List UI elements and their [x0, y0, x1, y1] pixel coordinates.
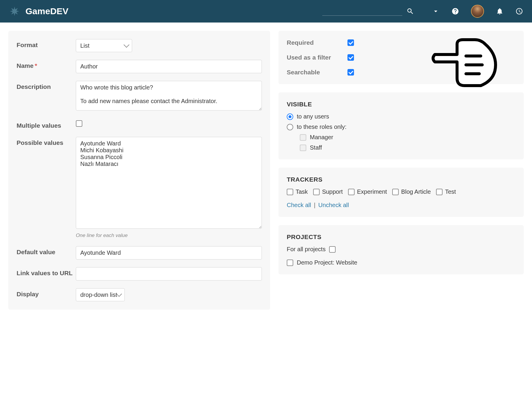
tracker-blog-article-checkbox[interactable] [392, 189, 399, 195]
tracker-task-label: Task [296, 188, 308, 195]
left-panel: Format List Name* Description Who wrote … [8, 31, 270, 310]
project-demo-website-checkbox[interactable] [287, 260, 293, 266]
visible-roles-label: to these roles only: [297, 124, 347, 130]
content: Format List Name* Description Who wrote … [0, 23, 532, 310]
format-label: Format [17, 39, 76, 49]
visible-title: VISIBLE [287, 101, 515, 108]
searchable-label: Searchable [287, 69, 347, 76]
bell-icon[interactable] [496, 7, 504, 15]
possible-values-label: Possible values [17, 137, 76, 146]
used-as-filter-label: Used as a filter [287, 54, 347, 61]
search-icon[interactable] [406, 7, 414, 15]
clock-icon[interactable] [515, 7, 523, 15]
name-input[interactable] [76, 60, 262, 73]
app-title: GameDEV [25, 6, 68, 16]
link-values-label: Link values to URL [17, 267, 76, 277]
name-label: Name* [17, 60, 76, 69]
project-demo-website-label: Demo Project: Website [297, 259, 357, 266]
projects-title: PROJECTS [287, 233, 515, 241]
tracker-test-checkbox[interactable] [436, 189, 443, 195]
tracker-experiment-label: Experiment [357, 188, 387, 195]
chevron-down-icon[interactable] [432, 7, 440, 15]
trackers-title: TRACKERS [287, 176, 515, 183]
visible-any-users-label: to any users [297, 113, 329, 120]
multiple-values-label: Multiple values [17, 120, 76, 129]
for-all-projects-checkbox[interactable] [329, 246, 336, 253]
visible-any-users-radio[interactable] [287, 113, 293, 120]
required-label: Required [287, 39, 347, 46]
role-manager-checkbox[interactable] [300, 134, 306, 141]
tracker-experiment-checkbox[interactable] [348, 189, 355, 195]
possible-values-textarea[interactable]: Ayotunde Ward Michi Kobayashi Susanna Pi… [76, 137, 262, 229]
role-manager-label: Manager [310, 134, 333, 141]
possible-values-hint: One line for each value [76, 233, 262, 238]
check-all-link[interactable]: Check all [287, 202, 311, 208]
tracker-test-label: Test [445, 188, 456, 195]
trackers-panel: TRACKERS Task Support Experiment Blog Ar… [278, 168, 524, 217]
multiple-values-checkbox[interactable] [76, 120, 82, 127]
used-as-filter-checkbox[interactable] [347, 54, 354, 61]
search-area [322, 7, 414, 16]
projects-panel: PROJECTS For all projects Demo Project: … [278, 225, 524, 274]
required-checkbox[interactable] [347, 39, 354, 46]
app-logo-icon [9, 6, 20, 17]
display-label: Display [17, 288, 76, 298]
toggles-panel: Required Used as a filter Searchable [278, 31, 524, 84]
role-staff-checkbox[interactable] [300, 145, 306, 151]
visible-panel: VISIBLE to any users to these roles only… [278, 92, 524, 159]
description-textarea[interactable]: Who wrote this blog article? To add new … [76, 81, 262, 110]
link-values-input[interactable] [76, 267, 262, 281]
format-select[interactable]: List [76, 39, 132, 52]
search-input[interactable] [322, 7, 402, 16]
default-value-input[interactable] [76, 246, 262, 260]
default-value-label: Default value [17, 246, 76, 256]
tracker-support-label: Support [322, 188, 343, 195]
description-label: Description [17, 81, 76, 90]
tracker-blog-article-label: Blog Article [401, 188, 431, 195]
tracker-task-checkbox[interactable] [287, 189, 293, 195]
uncheck-all-link[interactable]: Uncheck all [318, 202, 349, 208]
help-icon[interactable] [451, 7, 459, 15]
searchable-checkbox[interactable] [347, 69, 354, 76]
right-column: Required Used as a filter Searchable VIS… [278, 31, 524, 310]
for-all-projects-label: For all projects [287, 246, 326, 253]
visible-roles-radio[interactable] [287, 124, 293, 130]
role-staff-label: Staff [310, 144, 322, 151]
display-select[interactable]: drop-down list [76, 288, 125, 301]
topbar: GameDEV [0, 0, 532, 23]
tracker-support-checkbox[interactable] [313, 189, 320, 195]
avatar[interactable] [471, 5, 484, 18]
